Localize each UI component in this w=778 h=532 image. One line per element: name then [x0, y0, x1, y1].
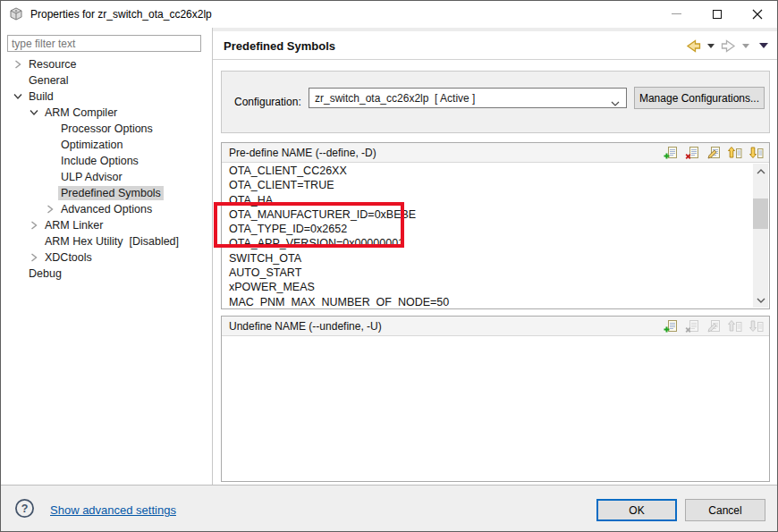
symbol-row[interactable]: OTA_MANUFACTURER_ID=0xBEBE	[223, 207, 768, 222]
properties-nav-sidebar: Resource General Build ARM Compiler Proc…	[1, 28, 213, 485]
sidebar-item-build[interactable]: Build	[1, 89, 211, 105]
symbol-row[interactable]: OTA_TYPE_ID=0x2652	[223, 222, 768, 236]
undefine-title: Undefine NAME (--undefine, -U)	[229, 320, 382, 333]
close-icon	[752, 9, 763, 20]
add-symbol-icon[interactable]	[663, 319, 678, 334]
filter-input[interactable]	[7, 35, 201, 52]
undefine-list[interactable]	[223, 337, 768, 480]
app-cube-icon	[9, 7, 23, 24]
chevron-spacer	[42, 121, 58, 137]
minimize-button[interactable]	[656, 1, 697, 27]
show-advanced-settings-link[interactable]: Show advanced settings	[50, 503, 176, 517]
sidebar-item-debug[interactable]: Debug	[1, 266, 211, 282]
sidebar-item-arm-compiler[interactable]: ARM Compiler	[1, 105, 211, 121]
predefine-group: Pre-define NAME (--define, -D)	[221, 142, 770, 309]
sidebar-item-xdctools[interactable]: XDCtools	[1, 249, 211, 266]
sidebar-item-resource[interactable]: Resource	[1, 56, 211, 72]
chevron-spacer	[42, 185, 58, 201]
main-panel: Predefined Symbols Configuration: zr_swi…	[213, 28, 777, 485]
symbol-row[interactable]: OTA_CLIENT=TRUE	[223, 178, 768, 192]
symbol-row[interactable]: SWITCH_OTA	[223, 251, 768, 266]
footer-bar: ? Show advanced settings OK Cancel	[1, 485, 777, 531]
predefine-title: Pre-define NAME (--define, -D)	[229, 147, 376, 159]
window-title: Properties for zr_switch_ota_cc26x2lp	[30, 8, 212, 21]
sidebar-item-general[interactable]: General	[1, 72, 211, 89]
cancel-button[interactable]: Cancel	[685, 499, 765, 521]
scroll-down-icon[interactable]	[753, 292, 768, 308]
sidebar-item-arm-hex-utility[interactable]: ARM Hex Utility [Disabled]	[1, 233, 211, 249]
delete-symbol-icon	[684, 319, 699, 334]
move-up-icon	[727, 319, 742, 334]
sidebar-item-processor-options[interactable]: Processor Options	[1, 121, 211, 137]
chevron-right-icon[interactable]	[10, 56, 26, 72]
undefine-header: Undefine NAME (--undefine, -U)	[222, 317, 769, 336]
maximize-button[interactable]	[697, 1, 737, 27]
chevron-right-icon[interactable]	[26, 217, 42, 233]
sidebar-item-include-options[interactable]: Include Options	[1, 153, 211, 169]
sidebar-item-arm-linker[interactable]: ARM Linker	[1, 217, 211, 233]
sidebar-item-advanced-options[interactable]: Advanced Options	[1, 201, 211, 217]
edit-symbol-icon	[706, 319, 721, 334]
sidebar-item-optimization[interactable]: Optimization	[1, 137, 211, 153]
add-symbol-icon[interactable]	[663, 146, 678, 160]
edit-symbol-icon[interactable]	[706, 146, 721, 160]
chevron-spacer	[42, 169, 58, 185]
svg-text:?: ?	[21, 502, 29, 515]
delete-symbol-icon[interactable]	[684, 146, 699, 160]
configuration-group: Configuration: zr_switch_ota_cc26x2lp [ …	[221, 71, 770, 133]
chevron-spacer	[10, 72, 26, 89]
chevron-spacer	[26, 233, 42, 249]
help-icon[interactable]: ?	[14, 498, 35, 521]
chevron-spacer	[10, 266, 26, 282]
forward-history-dropdown-icon[interactable]	[742, 44, 749, 48]
move-down-icon	[748, 319, 764, 334]
minimize-icon	[672, 13, 681, 14]
chevron-down-icon[interactable]	[10, 89, 26, 105]
chevron-spacer	[42, 137, 58, 153]
chevron-spacer	[42, 153, 58, 169]
symbol-row[interactable]: AUTO_START	[223, 266, 768, 280]
properties-tree: Resource General Build ARM Compiler Proc…	[1, 56, 211, 282]
titlebar: Properties for zr_switch_ota_cc26x2lp	[1, 1, 777, 28]
predefine-header: Pre-define NAME (--define, -D)	[222, 143, 769, 163]
symbol-row[interactable]: OTA_HA	[223, 193, 768, 207]
close-button[interactable]	[737, 1, 777, 27]
configuration-value: zr_switch_ota_cc26x2lp [ Active ]	[315, 92, 475, 105]
scrollbar-thumb[interactable]	[753, 198, 768, 229]
ok-button[interactable]: OK	[596, 499, 677, 521]
chevron-down-icon	[611, 97, 620, 109]
chevron-right-icon[interactable]	[42, 201, 58, 217]
back-history-dropdown-icon[interactable]	[707, 44, 715, 48]
move-up-icon[interactable]	[727, 146, 742, 160]
configuration-label: Configuration:	[234, 96, 301, 108]
sidebar-item-predefined-symbols[interactable]: Predefined Symbols	[1, 185, 211, 201]
view-menu-icon[interactable]	[759, 43, 768, 48]
symbol-row[interactable]: MAC_PNM_MAX_NUMBER_OF_NODE=50	[223, 295, 768, 308]
page-header: Predefined Symbols	[213, 28, 777, 60]
back-arrow-icon[interactable]	[686, 39, 701, 53]
symbol-row[interactable]: OTA_CLIENT_CC26XX	[223, 164, 768, 178]
page-title: Predefined Symbols	[224, 39, 335, 53]
forward-arrow-icon[interactable]	[721, 39, 736, 53]
move-down-icon[interactable]	[748, 146, 764, 160]
manage-configurations-button[interactable]: Manage Configurations...	[634, 87, 765, 109]
undefine-group: Undefine NAME (--undefine, -U)	[221, 316, 770, 482]
symbol-row[interactable]: xPOWER_MEAS	[223, 280, 768, 294]
maximize-icon	[713, 10, 722, 19]
symbol-row[interactable]: OTA_APP_VERSION=0x00000001	[223, 236, 768, 250]
scrollbar[interactable]	[753, 164, 768, 308]
chevron-down-icon[interactable]	[26, 105, 42, 121]
configuration-select[interactable]: zr_switch_ota_cc26x2lp [ Active ]	[309, 88, 627, 108]
scroll-up-icon[interactable]	[753, 164, 768, 179]
sidebar-item-ulp-advisor[interactable]: ULP Advisor	[1, 169, 211, 185]
predefine-list[interactable]: OTA_CLIENT_CC26XX OTA_CLIENT=TRUE OTA_HA…	[223, 164, 768, 308]
properties-dialog: Properties for zr_switch_ota_cc26x2lp Re…	[0, 0, 778, 532]
chevron-right-icon[interactable]	[26, 249, 42, 266]
